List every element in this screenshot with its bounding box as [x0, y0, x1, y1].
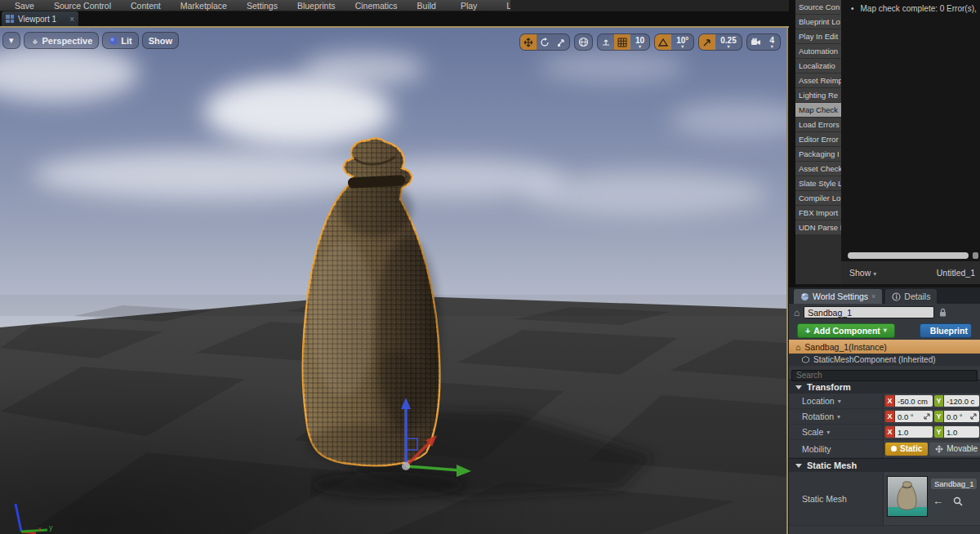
- grid-snap-toggle[interactable]: [614, 34, 630, 50]
- log-category[interactable]: Packaging I: [795, 147, 841, 161]
- camera-speed-value-dropdown[interactable]: 4▾: [764, 34, 780, 50]
- location-row: Location▾ X -50.0 cm Y -120.0 c Z: [789, 394, 980, 409]
- rotate-tool-button[interactable]: [537, 34, 553, 50]
- viewport-canvas[interactable]: x y ▾ Perspective Lit Show: [0, 28, 786, 534]
- rotation-label[interactable]: Rotation▾: [789, 409, 884, 424]
- viewport-toolbar: ▾ Perspective Lit Show: [0, 32, 786, 51]
- use-selected-asset-icon[interactable]: ←: [933, 495, 943, 507]
- lock-icon[interactable]: [938, 308, 947, 318]
- world-settings-icon: [800, 292, 809, 301]
- log-category[interactable]: Blueprint Lo: [795, 15, 841, 29]
- rotation-slider-icon[interactable]: [924, 413, 930, 420]
- log-category[interactable]: Asset Reimp: [795, 73, 841, 87]
- cloud: [0, 44, 139, 101]
- tab-close-icon[interactable]: ×: [871, 292, 875, 300]
- location-x-input[interactable]: -50.0 cm: [895, 395, 933, 407]
- location-y-input[interactable]: -120.0 c: [944, 395, 979, 407]
- log-category[interactable]: Lighting Re: [795, 88, 841, 102]
- static-mesh-thumbnail[interactable]: [887, 476, 928, 517]
- transform-gizmo[interactable]: [372, 367, 482, 481]
- scrollbar-end-chip[interactable]: [973, 252, 978, 259]
- menu-save[interactable]: Save: [5, 1, 44, 11]
- log-category[interactable]: Slate Style L: [795, 176, 841, 190]
- world-coordinate-button[interactable]: [575, 34, 592, 50]
- rotation-snap-group: 10°▾: [654, 33, 694, 51]
- camera-speed-button[interactable]: [747, 34, 764, 50]
- static-mesh-asset-name[interactable]: Sandbag_1: [931, 478, 977, 489]
- add-component-button[interactable]: + Add Component ▾: [797, 323, 895, 338]
- menu-blueprints[interactable]: Blueprints: [287, 1, 345, 11]
- menu-source-control[interactable]: Source Control: [44, 1, 121, 11]
- tab-viewport-1[interactable]: Viewport 1 ×: [2, 11, 78, 26]
- horizontal-scrollbar[interactable]: [848, 252, 969, 259]
- angle-snap-icon: [658, 38, 668, 47]
- menu-build[interactable]: Build: [408, 1, 446, 11]
- rotation-snap-toggle[interactable]: [655, 34, 671, 50]
- show-filter-dropdown[interactable]: Show ▾: [849, 268, 876, 278]
- menu-play[interactable]: Play: [446, 1, 492, 11]
- menu-settings[interactable]: Settings: [237, 1, 287, 11]
- scale-icon: [556, 38, 566, 47]
- thumbnail-sandbag-image: [888, 477, 927, 516]
- static-mesh-component-icon: [802, 356, 809, 363]
- location-label[interactable]: Location▾: [789, 394, 884, 408]
- scale-tool-button[interactable]: [553, 34, 569, 50]
- view-mode-dropdown[interactable]: Lit: [102, 32, 138, 49]
- scale-label[interactable]: Scale▾: [789, 425, 884, 439]
- surface-snap-button[interactable]: [598, 34, 614, 50]
- rotation-x-input[interactable]: 0.0 °: [895, 411, 933, 422]
- rotation-y-input[interactable]: 0.0 °: [944, 411, 979, 422]
- camera-mode-dropdown[interactable]: Perspective: [24, 32, 100, 49]
- gizmo-center[interactable]: [402, 462, 410, 470]
- log-category[interactable]: Compiler Lo: [795, 191, 841, 205]
- main-toolbar: Save Source Control Content Marketplace …: [0, 0, 510, 11]
- scale-snap-toggle[interactable]: [699, 34, 715, 50]
- scale-snap-value-dropdown[interactable]: 0.25▾: [715, 34, 741, 50]
- rotation-snap-value-dropdown[interactable]: 10°▾: [671, 34, 693, 50]
- transform-section-header[interactable]: Transform: [789, 380, 980, 394]
- log-category[interactable]: Editor Error: [795, 132, 841, 146]
- rotation-slider-icon[interactable]: [970, 413, 977, 420]
- show-flags-dropdown[interactable]: Show: [142, 32, 179, 49]
- log-category[interactable]: Localizatio: [795, 59, 841, 73]
- actor-name-input[interactable]: [804, 306, 934, 318]
- move-tool-button[interactable]: [520, 34, 537, 50]
- surface-snap-icon: [601, 38, 611, 47]
- movable-icon: [935, 445, 943, 453]
- grid-snap-value-dropdown[interactable]: 10▾: [630, 34, 649, 50]
- menu-content[interactable]: Content: [121, 1, 171, 11]
- scale-row: Scale▾ X 1.0 Y 1.0 Z: [789, 425, 980, 440]
- y-axis-tag: Y: [934, 395, 943, 407]
- x-axis-tag: X: [885, 426, 894, 438]
- log-category[interactable]: Load Errors: [795, 118, 841, 131]
- static-mesh-section-header[interactable]: Static Mesh: [789, 458, 980, 472]
- log-category[interactable]: Source Con: [795, 0, 841, 14]
- scale-y-input[interactable]: 1.0: [944, 426, 979, 438]
- log-category[interactable]: Asset Check: [795, 162, 841, 176]
- blueprint-add-script-button[interactable]: Blueprint: [920, 323, 972, 338]
- mobility-movable-button[interactable]: Movable: [929, 443, 980, 456]
- instance-house-icon: ⌂: [795, 342, 800, 352]
- plus-icon: +: [805, 326, 810, 336]
- menu-cinematics[interactable]: Cinematics: [345, 1, 408, 11]
- gizmo-y-axis[interactable]: [406, 466, 460, 470]
- component-tree-instance-row[interactable]: ⌂ Sandbag_1(Instance): [789, 340, 980, 354]
- log-category-selected[interactable]: Map Check: [795, 103, 841, 117]
- tab-details[interactable]: Details: [885, 289, 937, 304]
- tab-close-icon[interactable]: ×: [69, 15, 74, 24]
- log-category[interactable]: Automation: [795, 44, 841, 58]
- log-category[interactable]: Play In Edit: [795, 29, 841, 43]
- details-search-input[interactable]: [791, 370, 978, 381]
- viewport-options-dropdown[interactable]: ▾: [2, 32, 20, 49]
- scale-x-input[interactable]: 1.0: [895, 426, 933, 438]
- log-category[interactable]: FBX Import: [795, 206, 841, 220]
- rotate-icon: [540, 38, 550, 47]
- mobility-static-button[interactable]: Static: [885, 443, 928, 456]
- message-log-panel: Source Con Blueprint Lo Play In Edit Aut…: [795, 0, 980, 284]
- menu-marketplace[interactable]: Marketplace: [171, 1, 237, 11]
- svg-text:x: x: [38, 525, 42, 533]
- browse-asset-icon[interactable]: [953, 496, 963, 506]
- log-category[interactable]: UDN Parse I: [795, 220, 841, 234]
- component-tree-staticmesh-row[interactable]: StaticMeshComponent (Inherited): [789, 354, 980, 366]
- tab-world-settings[interactable]: World Settings ×: [794, 289, 882, 304]
